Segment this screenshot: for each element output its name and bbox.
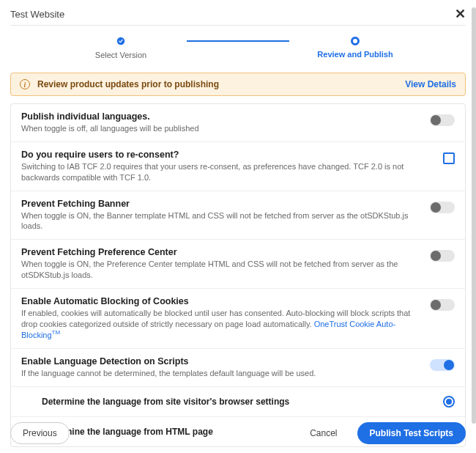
setting-desc: Switching to IAB TCF 2.0 requires that y… [21, 161, 431, 183]
setting-prevent-fetch-pref-center: Prevent Fetching Preference Center When … [11, 240, 465, 289]
toggle-language-detection[interactable] [430, 359, 455, 371]
modal-footer: Previous Cancel Publish Test Scripts [10, 422, 466, 444]
step-select-version[interactable]: Select Version [55, 36, 187, 59]
setting-require-reconsent: Do you require users to re-consent? Swit… [11, 142, 465, 191]
step-label: Review and Publish [317, 50, 393, 59]
setting-desc: When toggle is off, all languages will b… [21, 123, 418, 134]
setting-desc: If enabled, cookies will automatically b… [21, 308, 418, 341]
check-circle-icon [116, 36, 126, 46]
setting-auto-blocking: Enable Automatic Blocking of Cookies If … [11, 289, 465, 349]
publish-button[interactable]: Publish Test Scripts [357, 422, 466, 444]
setting-title: Prevent Fetching Preference Center [21, 247, 418, 257]
radio-browser[interactable] [443, 396, 455, 408]
setting-desc: When toggle is ON, the Banner template H… [21, 210, 418, 232]
previous-button[interactable]: Previous [10, 422, 70, 444]
alert-text: Review product updates prior to publishi… [37, 79, 398, 89]
cancel-button[interactable]: Cancel [297, 422, 349, 444]
setting-publish-individual-languages: Publish individual languages. When toggl… [11, 104, 465, 142]
settings-panel: Publish individual languages. When toggl… [10, 103, 466, 447]
page-title: Test Website [10, 9, 64, 20]
checkbox-reconsent[interactable] [443, 152, 455, 164]
view-details-link[interactable]: View Details [405, 79, 456, 89]
stepper: Select Version Review and Publish [10, 36, 466, 59]
setting-desc: When toggle is ON, the Preference Center… [21, 259, 418, 281]
publish-modal: Test Website ✕ Select Version Review and… [0, 0, 476, 453]
lang-option-browser[interactable]: Determine the language from site visitor… [11, 387, 465, 417]
close-icon[interactable]: ✕ [455, 7, 466, 21]
setting-title: Publish individual languages. [21, 111, 418, 122]
info-icon: i [20, 79, 30, 89]
review-alert: i Review product updates prior to publis… [10, 73, 466, 96]
setting-desc: If the language cannot be determined, th… [21, 368, 418, 379]
setting-language-detection: Enable Language Detection on Scripts If … [11, 349, 465, 387]
toggle-prevent-pref[interactable] [430, 250, 455, 262]
setting-prevent-fetch-banner: Prevent Fetching Banner When toggle is O… [11, 191, 465, 240]
toggle-prevent-banner[interactable] [430, 202, 455, 213]
scrollbar[interactable] [472, 7, 476, 424]
step-label: Select Version [95, 51, 146, 59]
setting-title: Enable Language Detection on Scripts [21, 356, 418, 367]
circle-icon [351, 37, 360, 45]
setting-title: Enable Automatic Blocking of Cookies [21, 296, 418, 306]
setting-title: Do you require users to re-consent? [21, 150, 431, 160]
option-label: Determine the language from site visitor… [42, 397, 431, 407]
modal-header: Test Website ✕ [10, 7, 466, 26]
toggle-publish-languages[interactable] [430, 114, 455, 126]
step-review-publish[interactable]: Review and Publish [289, 37, 421, 59]
setting-title: Prevent Fetching Banner [21, 199, 418, 209]
toggle-auto-blocking[interactable] [430, 299, 455, 311]
step-connector [187, 40, 289, 42]
